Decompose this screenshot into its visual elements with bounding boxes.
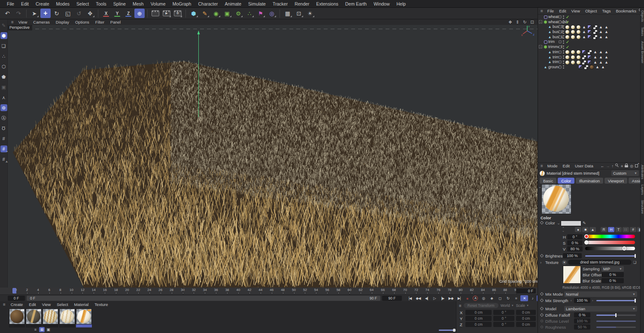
- app-menu-dem-earth[interactable]: Dem Earth: [342, 1, 370, 6]
- coordinate-system-icon[interactable]: ⊕: [134, 9, 145, 18]
- keyframe-selection-icon[interactable]: ◎: [480, 295, 487, 301]
- object-manager-menu-object[interactable]: Object: [583, 9, 599, 13]
- object-manager-menu-tags[interactable]: Tags: [599, 9, 613, 13]
- viewport-menu-cameras[interactable]: Cameras: [30, 20, 53, 24]
- scale-icon[interactable]: ◱: [63, 9, 73, 18]
- layer-toggle-icon[interactable]: [559, 66, 562, 69]
- goto-end-icon[interactable]: ▶|: [455, 295, 463, 301]
- z-rot-field[interactable]: 0 °: [493, 322, 514, 327]
- layer-toggle-icon[interactable]: [559, 30, 562, 33]
- object-row-trim3[interactable]: ▲trim3▲▲▲: [538, 50, 640, 55]
- color-mode-t-button[interactable]: T: [615, 227, 622, 232]
- hue-slider[interactable]: [585, 235, 635, 238]
- selection-tag-icon[interactable]: ▲: [604, 50, 609, 54]
- goto-start-icon[interactable]: |◀: [406, 295, 414, 301]
- attributes-menu-mode[interactable]: Mode: [545, 163, 560, 168]
- object-row-wheat-bush[interactable]: −✱wheat bush✓: [538, 20, 640, 25]
- color-mode-#-button[interactable]: #: [630, 227, 636, 232]
- material-sphere-preview[interactable]: [76, 309, 92, 324]
- render-picture-viewer-icon[interactable]: ▶: [161, 9, 172, 18]
- selection-tag-icon[interactable]: ▲: [598, 50, 603, 54]
- phong-tag-icon[interactable]: [587, 35, 592, 39]
- selection-tag-icon[interactable]: ▲: [593, 55, 598, 60]
- live-selection-icon[interactable]: ➤: [29, 9, 39, 18]
- side-tab-layers[interactable]: Layers: [641, 182, 644, 197]
- color-wheel-icon[interactable]: ●: [575, 227, 581, 232]
- layer-toggle-icon[interactable]: [559, 21, 562, 24]
- blur-scale-field[interactable]: 0 %: [601, 278, 624, 283]
- side-tab-takes[interactable]: Takes: [641, 24, 644, 39]
- object-manager-menu-bookmarks[interactable]: Bookmarks: [614, 9, 639, 13]
- viewport-menu-filter[interactable]: Filter: [92, 20, 107, 24]
- side-tab-asset-browser[interactable]: Asset Browser: [641, 39, 644, 66]
- simulate-icon[interactable]: ◎: [267, 9, 277, 18]
- material-tag-icon[interactable]: [565, 50, 570, 54]
- selection-tag-icon[interactable]: ▲: [595, 65, 600, 70]
- object-row-trim[interactable]: trim✓: [538, 39, 640, 45]
- materials-menu-material[interactable]: Material: [71, 302, 92, 307]
- app-menu-mograph[interactable]: MoGraph: [169, 1, 195, 6]
- key-rotation-icon[interactable]: ↻: [504, 295, 512, 301]
- mix-mode-dropdown[interactable]: Normal▼: [564, 291, 637, 297]
- phong-tag-icon[interactable]: [587, 60, 592, 65]
- app-menu-spline[interactable]: Spline: [110, 1, 129, 6]
- move-icon[interactable]: +: [40, 9, 51, 18]
- uvw-tag-icon[interactable]: [582, 55, 586, 60]
- selection-tag-icon[interactable]: ▲: [582, 35, 586, 39]
- reset-transform-button[interactable]: Reset Transform: [464, 303, 498, 308]
- uvw-tag-icon[interactable]: [593, 35, 598, 39]
- play-icon[interactable]: ▷: [431, 295, 438, 301]
- normal-axis-icon[interactable]: Ⓐ: [0, 115, 7, 121]
- materials-menu-edit[interactable]: Edit: [26, 302, 39, 307]
- material-ground[interactable]: ····: [9, 309, 25, 327]
- layer-toggle-icon[interactable]: [559, 36, 562, 39]
- layer-toggle-icon[interactable]: [559, 25, 562, 28]
- collapse-icon[interactable]: −: [539, 45, 542, 48]
- saturation-field[interactable]: 0 %: [567, 240, 583, 245]
- selection-tag-icon[interactable]: ▲: [601, 65, 605, 70]
- material-tag-icon[interactable]: [571, 55, 575, 60]
- axis-mode-icon[interactable]: ⋏: [0, 94, 7, 101]
- app-menu-help[interactable]: Help: [393, 1, 410, 6]
- object-manager-menu-file[interactable]: File: [545, 9, 556, 13]
- edges-mode-icon[interactable]: ⬡: [0, 63, 7, 70]
- mix-strength-slider[interactable]: [596, 300, 636, 301]
- color-spectrum-icon[interactable]: ▲: [589, 227, 596, 232]
- color-picker-icon[interactable]: ✎: [583, 220, 586, 226]
- visibility-dots[interactable]: [563, 30, 565, 35]
- tab-viewport[interactable]: Viewport: [605, 178, 627, 184]
- up-icon[interactable]: ↑: [611, 164, 614, 168]
- uvw-tag-icon[interactable]: [593, 30, 598, 34]
- mix-strength-field[interactable]: 100 %: [574, 298, 590, 303]
- phong-tag-icon[interactable]: [587, 55, 592, 60]
- maximize-view-icon[interactable]: ⊡: [529, 20, 535, 24]
- selection-tag-icon[interactable]: ▲: [593, 60, 598, 65]
- selection-tag-icon[interactable]: ▲: [598, 25, 603, 30]
- texture-mode-icon[interactable]: ❏: [0, 42, 7, 49]
- forward-icon[interactable]: →: [606, 164, 610, 168]
- material-tag-icon[interactable]: [571, 35, 575, 39]
- object-row-trim2[interactable]: ▲trim2▲▲▲: [538, 55, 640, 60]
- object-row-ground[interactable]: ▲ground▲▲: [538, 65, 640, 70]
- selection-tag-icon[interactable]: ▲: [598, 30, 603, 34]
- make-editable-icon[interactable]: ✎: [0, 22, 7, 29]
- diffuse-falloff-field[interactable]: 0 %: [574, 312, 590, 318]
- object-name[interactable]: trim: [548, 39, 555, 45]
- prev-key-icon[interactable]: ◆◀: [414, 295, 422, 301]
- app-menu-simulate[interactable]: Simulate: [245, 1, 269, 6]
- selection-tag-icon[interactable]: ▲: [604, 55, 609, 60]
- layer-toggle-icon[interactable]: [559, 51, 562, 54]
- model-mode-icon[interactable]: ⬢: [0, 32, 7, 39]
- mix-strength-inc-icon[interactable]: ›: [592, 298, 593, 303]
- uvw-tag-icon[interactable]: [582, 60, 586, 65]
- uv-mode-icon[interactable]: ▣: [0, 84, 7, 91]
- object-row-bush1[interactable]: ▲bush1▲▲▲: [538, 35, 640, 40]
- layer-toggle-icon[interactable]: [559, 45, 562, 48]
- material-tag-icon[interactable]: [571, 30, 575, 34]
- app-menu-file[interactable]: File: [3, 1, 18, 6]
- workplane-icon[interactable]: #: [0, 135, 7, 142]
- y-rot-field[interactable]: 0 °: [493, 316, 514, 321]
- diffuse-falloff-slider[interactable]: [596, 315, 636, 316]
- material-tag-icon[interactable]: [589, 65, 594, 70]
- key-pla-icon[interactable]: ✕: [520, 295, 528, 301]
